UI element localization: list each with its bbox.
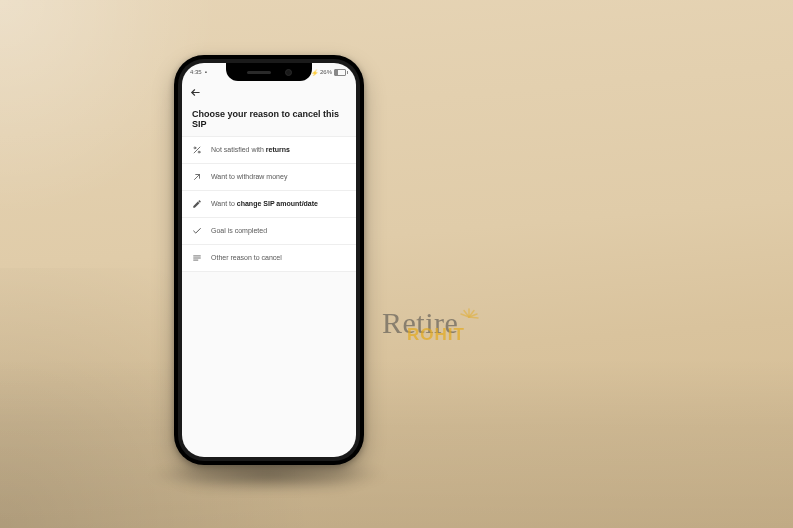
svg-point-3 <box>198 151 200 153</box>
front-camera <box>285 69 292 76</box>
reason-row-other[interactable]: Other reason to cancel <box>182 244 356 272</box>
reason-row-goal-completed[interactable]: Goal is completed <box>182 217 356 245</box>
phone-notch <box>226 63 312 81</box>
brand-line-2: ROHIT <box>407 325 465 345</box>
svg-point-2 <box>194 147 196 149</box>
reason-label: Want to change SIP amount/date <box>211 200 318 208</box>
arrow-left-icon <box>190 87 201 98</box>
battery-icon <box>334 69 348 76</box>
speaker-slot <box>247 71 271 74</box>
arrow-up-right-icon <box>192 172 202 182</box>
page-title: Choose your reason to cancel this SIP <box>182 103 356 137</box>
svg-line-11 <box>469 317 478 318</box>
check-icon <box>192 226 202 236</box>
back-button[interactable] <box>190 87 201 98</box>
battery-percent: 26% <box>320 69 332 75</box>
status-left: 4:35 ▪ <box>190 69 207 75</box>
svg-line-4 <box>195 175 200 180</box>
list-icon <box>192 253 202 263</box>
reason-label: Other reason to cancel <box>211 254 282 262</box>
sun-rays-icon <box>459 306 479 326</box>
pencil-icon <box>192 199 202 209</box>
phone-screen: 4:35 ▪ ⚡ 26% Choose your rea <box>182 63 356 457</box>
reason-row-withdraw[interactable]: Want to withdraw money <box>182 163 356 191</box>
svg-line-1 <box>194 147 200 153</box>
phone-mockup: 4:35 ▪ ⚡ 26% Choose your rea <box>174 55 364 465</box>
percent-icon <box>192 145 202 155</box>
reason-list: Not satisfied with returns Want to withd… <box>182 137 356 272</box>
reason-row-returns[interactable]: Not satisfied with returns <box>182 136 356 164</box>
floor-shade <box>0 358 793 528</box>
reason-label: Not satisfied with returns <box>211 146 290 154</box>
promo-stage: 4:35 ▪ ⚡ 26% Choose your rea <box>0 0 793 528</box>
reason-label: Goal is completed <box>211 227 267 235</box>
reason-row-change-sip[interactable]: Want to change SIP amount/date <box>182 190 356 218</box>
status-time: 4:35 <box>190 69 202 75</box>
app-bar <box>182 81 356 103</box>
reason-label: Want to withdraw money <box>211 173 287 181</box>
charging-icon: ⚡ <box>311 69 318 76</box>
status-square-icon: ▪ <box>205 69 207 75</box>
